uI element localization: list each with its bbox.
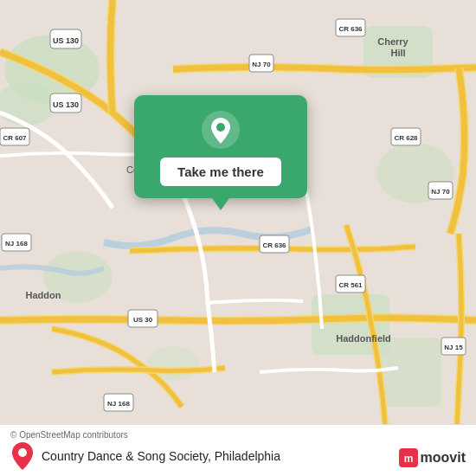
attribution-text: © OpenStreetMap contributors xyxy=(10,430,466,440)
popup-card: Take me there xyxy=(134,95,307,198)
svg-text:CR 607: CR 607 xyxy=(3,134,27,142)
location-pin-icon xyxy=(202,111,240,149)
svg-text:NJ 15: NJ 15 xyxy=(444,344,463,351)
svg-point-42 xyxy=(18,448,27,457)
take-me-there-button[interactable]: Take me there xyxy=(160,158,281,186)
svg-text:NJ 168: NJ 168 xyxy=(5,240,28,248)
svg-text:CR 636: CR 636 xyxy=(262,241,286,249)
location-name-text: Country Dance & Song Society, Philadelph… xyxy=(42,449,280,463)
svg-text:NJ 70: NJ 70 xyxy=(252,61,271,68)
svg-text:CR 628: CR 628 xyxy=(394,134,418,142)
svg-point-41 xyxy=(216,123,225,132)
svg-text:m: m xyxy=(403,453,413,465)
moovit-brand-text: moovit xyxy=(421,450,466,466)
svg-rect-8 xyxy=(381,338,441,407)
moovit-logo: m moovit xyxy=(399,448,466,467)
svg-text:US 130: US 130 xyxy=(53,36,79,45)
map-background: US 130 US 130 NJ 70 NJ 70 CR 607 CR 628 … xyxy=(0,0,476,424)
svg-text:Hill: Hill xyxy=(390,48,405,58)
svg-text:US 130: US 130 xyxy=(53,100,79,109)
svg-text:Cherry: Cherry xyxy=(377,36,408,47)
svg-text:CR 561: CR 561 xyxy=(338,281,363,289)
svg-text:Haddonfield: Haddonfield xyxy=(336,333,391,344)
svg-text:NJ 168: NJ 168 xyxy=(107,400,130,408)
svg-text:NJ 70: NJ 70 xyxy=(431,188,450,196)
location-row: Country Dance & Song Society, Philadelph… xyxy=(10,441,466,471)
map-container: US 130 US 130 NJ 70 NJ 70 CR 607 CR 628 … xyxy=(0,0,476,424)
svg-text:Haddon: Haddon xyxy=(26,290,61,300)
svg-text:US 30: US 30 xyxy=(133,316,153,324)
svg-text:CR 636: CR 636 xyxy=(338,25,363,33)
bottom-bar: © OpenStreetMap contributors Country Dan… xyxy=(0,424,476,476)
location-marker-icon xyxy=(10,441,35,471)
moovit-icon: m xyxy=(399,448,418,467)
